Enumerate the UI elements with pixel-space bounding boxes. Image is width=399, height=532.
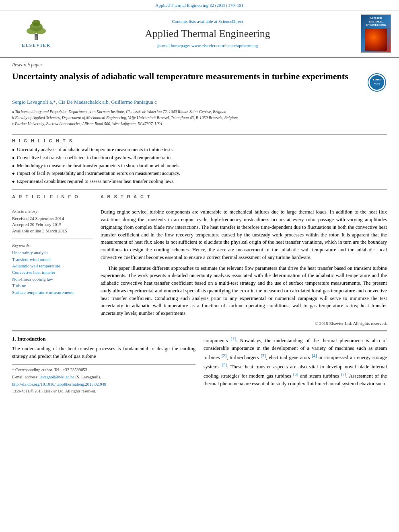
bullet-3: ◆	[12, 164, 14, 168]
intro-right-text: components [1]. Nowadays, the understand…	[204, 335, 387, 387]
journal-homepage-url[interactable]: journal homepage: www.elsevier.com/locat…	[64, 43, 351, 49]
intro-left-text: The understanding of the heat transfer p…	[12, 345, 195, 360]
sciencedirect-link[interactable]: Contents lists available at ScienceDirec…	[64, 18, 351, 25]
abstract-top-rule	[101, 204, 387, 204]
keyword-1: Uncertainty analysis	[12, 250, 93, 256]
keyword-5: Non-linear cooling law	[12, 276, 93, 282]
authors-line: Sergio Lavagnoli a,*, Cis De Maesschalck…	[12, 99, 387, 106]
issn-line: 1359-4311/© 2015 Elsevier Ltd. All right…	[12, 388, 195, 394]
ref-6[interactable]: [6]	[293, 372, 298, 376]
journal-volume-ref: Applied Thermal Engineering 82 (2015) 17…	[156, 3, 244, 8]
section-1-title: 1. Introduction	[12, 335, 195, 343]
footnote-area: * Corresponding author. Tel.: +32 235996…	[12, 364, 195, 394]
svg-text:cross: cross	[373, 77, 381, 81]
copyright-line: © 2015 Elsevier Ltd. All rights reserved…	[101, 320, 387, 327]
ref-7[interactable]: [7]	[341, 372, 346, 376]
journal-header: ELSEVIER Contents lists available at Sci…	[0, 10, 399, 58]
introduction-two-col: 1. Introduction The understanding of the…	[12, 335, 387, 394]
received-date: Received 24 September 2014	[12, 216, 93, 222]
highlight-item-4: ◆ Impact of facility repeatability and i…	[12, 170, 387, 177]
abstract-para-1: During engine service, turbine component…	[101, 208, 387, 261]
ref-5[interactable]: [5]	[222, 362, 227, 367]
authors-text: Sergio Lavagnoli a,*, Cis De Maesschalck…	[12, 99, 157, 105]
history-label: Article history:	[12, 208, 93, 214]
footnote-corresponding: * Corresponding author. Tel.: +32 235996…	[12, 367, 195, 373]
keywords-label: Keywords:	[12, 242, 93, 249]
elsevier-logo: ELSEVIER	[22, 19, 51, 48]
article-body: 1. Introduction The understanding of the…	[12, 335, 387, 394]
ref-4[interactable]: [4]	[312, 353, 317, 358]
accepted-date: Accepted 20 February 2015	[12, 222, 93, 228]
highlights-section: H I G H L I G H T S ◆ Uncertainty analys…	[12, 134, 387, 190]
available-date: Available online 3 March 2015	[12, 228, 93, 234]
body-top-rule	[12, 331, 387, 331]
journal-title-area: Contents lists available at ScienceDirec…	[64, 18, 351, 49]
paper-type-label: Research paper	[12, 62, 387, 68]
journal-cover-image: APPLIED THERMAL ENGINEERING	[361, 14, 391, 53]
intro-right-para-1: components [1]. Nowadays, the understand…	[204, 335, 387, 387]
elsevier-tree-icon	[24, 19, 48, 41]
cover-visual	[365, 29, 387, 51]
main-content: Research paper Uncertainty analysis of a…	[0, 58, 399, 398]
highlight-item-3: ◆ Methodology to measure the heat transf…	[12, 162, 387, 169]
cover-title: APPLIED THERMAL ENGINEERING	[366, 16, 386, 27]
intro-left-col: 1. Introduction The understanding of the…	[12, 335, 195, 394]
title-row: Uncertainty analysis of adiabatic wall t…	[12, 71, 387, 94]
keyword-7: Surface temperature measurements	[12, 290, 93, 296]
bullet-4: ◆	[12, 171, 14, 176]
article-info-top-rule	[12, 204, 93, 204]
highlight-item-5: ◆ Experimental capabilities required to …	[12, 178, 387, 185]
svg-point-5	[32, 20, 40, 26]
highlights-heading: H I G H L I G H T S	[12, 138, 387, 144]
paper-title: Uncertainty analysis of adiabatic wall t…	[12, 71, 367, 82]
keyword-6: Turbine	[12, 283, 93, 289]
abstract-text: During engine service, turbine component…	[101, 208, 387, 317]
keywords-top-rule	[12, 238, 93, 238]
abstract-heading: A B S T R A C T	[101, 194, 387, 200]
highlight-item-1: ◆ Uncertainty analysis of adiabatic wall…	[12, 146, 387, 153]
journal-cover-area: APPLIED THERMAL ENGINEERING	[351, 14, 391, 53]
keyword-2: Transient wind tunnel	[12, 257, 93, 263]
bullet-1: ◆	[12, 148, 14, 152]
svg-rect-6	[35, 37, 37, 40]
footnote-email-line: E-mail address: lavagnoli@vki.ac.be (S. …	[12, 374, 195, 380]
bullet-5: ◆	[12, 179, 14, 184]
ref-3[interactable]: [3]	[261, 353, 266, 358]
intro-left-para-1: The understanding of the heat transfer p…	[12, 345, 195, 360]
top-reference-bar: Applied Thermal Engineering 82 (2015) 17…	[0, 0, 399, 10]
keyword-3: Adiabatic wall temperature	[12, 263, 93, 269]
affiliation-a: a Turbomachinery and Propulsion Departme…	[12, 109, 387, 115]
affiliation-b: b Faculty of Applied Sciences, Departmen…	[12, 115, 387, 121]
affiliation-c: c Purdue University, Zucrow Laboratories…	[12, 121, 387, 127]
article-info-heading: A R T I C L E I N F O	[12, 194, 93, 200]
bullet-2: ◆	[12, 156, 14, 160]
article-history-block: Article history: Received 24 September 2…	[12, 208, 93, 234]
article-info-abstract-area: A R T I C L E I N F O Article history: R…	[12, 194, 387, 327]
elsevier-logo-area: ELSEVIER	[8, 19, 64, 48]
crossmark-icon: cross Mark	[367, 72, 387, 92]
journal-name: Applied Thermal Engineering	[64, 27, 351, 41]
affiliations-block: a Turbomachinery and Propulsion Departme…	[12, 109, 387, 127]
elsevier-wordmark: ELSEVIER	[22, 42, 51, 48]
intro-right-col: components [1]. Nowadays, the understand…	[204, 335, 387, 394]
doi-line[interactable]: http://dx.doi.org/10.1016/j.applthermale…	[12, 382, 195, 388]
highlight-item-2: ◆ Convective heat transfer coefficient i…	[12, 154, 387, 161]
abstract-para-2: This paper illustrates different approac…	[101, 265, 387, 317]
ref-1[interactable]: [1]	[230, 336, 236, 341]
keyword-4: Convective heat transfer	[12, 269, 93, 275]
ref-2[interactable]: [2]	[222, 353, 227, 358]
article-info-col: A R T I C L E I N F O Article history: R…	[12, 194, 93, 327]
highlights-top-rule	[12, 131, 387, 131]
svg-text:Mark: Mark	[374, 82, 380, 85]
footnote-email[interactable]: lavagnoli@vki.ac.be	[39, 375, 74, 379]
crossmark-badge[interactable]: cross Mark	[367, 71, 387, 94]
abstract-col: A B S T R A C T During engine service, t…	[101, 194, 387, 327]
